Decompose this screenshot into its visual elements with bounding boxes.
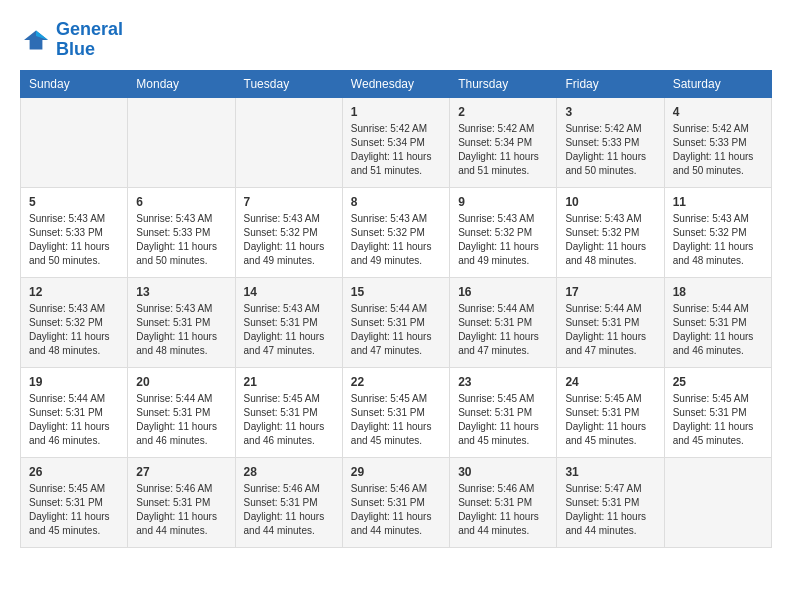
calendar-cell: 27Sunrise: 5:46 AM Sunset: 5:31 PM Dayli… — [128, 457, 235, 547]
calendar-cell — [128, 97, 235, 187]
day-number: 17 — [565, 284, 655, 301]
calendar-cell: 28Sunrise: 5:46 AM Sunset: 5:31 PM Dayli… — [235, 457, 342, 547]
day-number: 26 — [29, 464, 119, 481]
cell-info: Sunrise: 5:45 AM Sunset: 5:31 PM Dayligh… — [673, 392, 763, 448]
day-number: 3 — [565, 104, 655, 121]
calendar-cell: 15Sunrise: 5:44 AM Sunset: 5:31 PM Dayli… — [342, 277, 449, 367]
cell-info: Sunrise: 5:44 AM Sunset: 5:31 PM Dayligh… — [673, 302, 763, 358]
cell-info: Sunrise: 5:46 AM Sunset: 5:31 PM Dayligh… — [136, 482, 226, 538]
day-number: 5 — [29, 194, 119, 211]
calendar-cell: 30Sunrise: 5:46 AM Sunset: 5:31 PM Dayli… — [450, 457, 557, 547]
day-number: 18 — [673, 284, 763, 301]
day-number: 1 — [351, 104, 441, 121]
calendar-cell: 11Sunrise: 5:43 AM Sunset: 5:32 PM Dayli… — [664, 187, 771, 277]
cell-info: Sunrise: 5:43 AM Sunset: 5:31 PM Dayligh… — [244, 302, 334, 358]
cell-info: Sunrise: 5:42 AM Sunset: 5:34 PM Dayligh… — [458, 122, 548, 178]
calendar-cell: 14Sunrise: 5:43 AM Sunset: 5:31 PM Dayli… — [235, 277, 342, 367]
cell-info: Sunrise: 5:45 AM Sunset: 5:31 PM Dayligh… — [458, 392, 548, 448]
day-number: 21 — [244, 374, 334, 391]
calendar-cell: 8Sunrise: 5:43 AM Sunset: 5:32 PM Daylig… — [342, 187, 449, 277]
week-row-4: 19Sunrise: 5:44 AM Sunset: 5:31 PM Dayli… — [21, 367, 772, 457]
week-row-2: 5Sunrise: 5:43 AM Sunset: 5:33 PM Daylig… — [21, 187, 772, 277]
cell-info: Sunrise: 5:44 AM Sunset: 5:31 PM Dayligh… — [136, 392, 226, 448]
calendar-cell: 19Sunrise: 5:44 AM Sunset: 5:31 PM Dayli… — [21, 367, 128, 457]
cell-info: Sunrise: 5:43 AM Sunset: 5:32 PM Dayligh… — [673, 212, 763, 268]
cell-info: Sunrise: 5:43 AM Sunset: 5:32 PM Dayligh… — [244, 212, 334, 268]
week-row-5: 26Sunrise: 5:45 AM Sunset: 5:31 PM Dayli… — [21, 457, 772, 547]
cell-info: Sunrise: 5:44 AM Sunset: 5:31 PM Dayligh… — [29, 392, 119, 448]
day-number: 19 — [29, 374, 119, 391]
calendar-cell: 26Sunrise: 5:45 AM Sunset: 5:31 PM Dayli… — [21, 457, 128, 547]
cell-info: Sunrise: 5:46 AM Sunset: 5:31 PM Dayligh… — [244, 482, 334, 538]
day-number: 6 — [136, 194, 226, 211]
calendar-cell: 23Sunrise: 5:45 AM Sunset: 5:31 PM Dayli… — [450, 367, 557, 457]
cell-info: Sunrise: 5:43 AM Sunset: 5:33 PM Dayligh… — [29, 212, 119, 268]
calendar-cell — [21, 97, 128, 187]
cell-info: Sunrise: 5:45 AM Sunset: 5:31 PM Dayligh… — [351, 392, 441, 448]
calendar-cell — [235, 97, 342, 187]
calendar-cell: 6Sunrise: 5:43 AM Sunset: 5:33 PM Daylig… — [128, 187, 235, 277]
day-number: 11 — [673, 194, 763, 211]
calendar-cell: 16Sunrise: 5:44 AM Sunset: 5:31 PM Dayli… — [450, 277, 557, 367]
day-number: 23 — [458, 374, 548, 391]
calendar-cell — [664, 457, 771, 547]
header-thursday: Thursday — [450, 70, 557, 97]
page-header: GeneralBlue — [20, 20, 772, 60]
cell-info: Sunrise: 5:46 AM Sunset: 5:31 PM Dayligh… — [351, 482, 441, 538]
calendar-cell: 18Sunrise: 5:44 AM Sunset: 5:31 PM Dayli… — [664, 277, 771, 367]
day-number: 9 — [458, 194, 548, 211]
calendar-cell: 29Sunrise: 5:46 AM Sunset: 5:31 PM Dayli… — [342, 457, 449, 547]
day-number: 27 — [136, 464, 226, 481]
logo-icon — [20, 24, 52, 56]
day-number: 24 — [565, 374, 655, 391]
calendar-cell: 9Sunrise: 5:43 AM Sunset: 5:32 PM Daylig… — [450, 187, 557, 277]
day-number: 14 — [244, 284, 334, 301]
logo: GeneralBlue — [20, 20, 123, 60]
calendar-cell: 4Sunrise: 5:42 AM Sunset: 5:33 PM Daylig… — [664, 97, 771, 187]
day-number: 10 — [565, 194, 655, 211]
cell-info: Sunrise: 5:44 AM Sunset: 5:31 PM Dayligh… — [351, 302, 441, 358]
week-row-3: 12Sunrise: 5:43 AM Sunset: 5:32 PM Dayli… — [21, 277, 772, 367]
day-number: 22 — [351, 374, 441, 391]
day-number: 31 — [565, 464, 655, 481]
calendar-cell: 1Sunrise: 5:42 AM Sunset: 5:34 PM Daylig… — [342, 97, 449, 187]
cell-info: Sunrise: 5:45 AM Sunset: 5:31 PM Dayligh… — [244, 392, 334, 448]
calendar-header-row: SundayMondayTuesdayWednesdayThursdayFrid… — [21, 70, 772, 97]
day-number: 28 — [244, 464, 334, 481]
calendar-table: SundayMondayTuesdayWednesdayThursdayFrid… — [20, 70, 772, 548]
header-wednesday: Wednesday — [342, 70, 449, 97]
calendar-cell: 20Sunrise: 5:44 AM Sunset: 5:31 PM Dayli… — [128, 367, 235, 457]
cell-info: Sunrise: 5:47 AM Sunset: 5:31 PM Dayligh… — [565, 482, 655, 538]
calendar-cell: 17Sunrise: 5:44 AM Sunset: 5:31 PM Dayli… — [557, 277, 664, 367]
day-number: 29 — [351, 464, 441, 481]
calendar-cell: 13Sunrise: 5:43 AM Sunset: 5:31 PM Dayli… — [128, 277, 235, 367]
calendar-cell: 7Sunrise: 5:43 AM Sunset: 5:32 PM Daylig… — [235, 187, 342, 277]
header-tuesday: Tuesday — [235, 70, 342, 97]
cell-info: Sunrise: 5:42 AM Sunset: 5:34 PM Dayligh… — [351, 122, 441, 178]
cell-info: Sunrise: 5:46 AM Sunset: 5:31 PM Dayligh… — [458, 482, 548, 538]
logo-text: GeneralBlue — [56, 20, 123, 60]
cell-info: Sunrise: 5:45 AM Sunset: 5:31 PM Dayligh… — [565, 392, 655, 448]
cell-info: Sunrise: 5:43 AM Sunset: 5:32 PM Dayligh… — [565, 212, 655, 268]
header-monday: Monday — [128, 70, 235, 97]
cell-info: Sunrise: 5:43 AM Sunset: 5:32 PM Dayligh… — [351, 212, 441, 268]
day-number: 2 — [458, 104, 548, 121]
cell-info: Sunrise: 5:45 AM Sunset: 5:31 PM Dayligh… — [29, 482, 119, 538]
day-number: 20 — [136, 374, 226, 391]
calendar-cell: 24Sunrise: 5:45 AM Sunset: 5:31 PM Dayli… — [557, 367, 664, 457]
day-number: 13 — [136, 284, 226, 301]
day-number: 25 — [673, 374, 763, 391]
day-number: 30 — [458, 464, 548, 481]
calendar-cell: 5Sunrise: 5:43 AM Sunset: 5:33 PM Daylig… — [21, 187, 128, 277]
cell-info: Sunrise: 5:43 AM Sunset: 5:31 PM Dayligh… — [136, 302, 226, 358]
calendar-cell: 25Sunrise: 5:45 AM Sunset: 5:31 PM Dayli… — [664, 367, 771, 457]
day-number: 16 — [458, 284, 548, 301]
day-number: 7 — [244, 194, 334, 211]
day-number: 12 — [29, 284, 119, 301]
calendar-cell: 12Sunrise: 5:43 AM Sunset: 5:32 PM Dayli… — [21, 277, 128, 367]
cell-info: Sunrise: 5:44 AM Sunset: 5:31 PM Dayligh… — [565, 302, 655, 358]
cell-info: Sunrise: 5:42 AM Sunset: 5:33 PM Dayligh… — [673, 122, 763, 178]
day-number: 15 — [351, 284, 441, 301]
cell-info: Sunrise: 5:43 AM Sunset: 5:32 PM Dayligh… — [29, 302, 119, 358]
cell-info: Sunrise: 5:43 AM Sunset: 5:32 PM Dayligh… — [458, 212, 548, 268]
